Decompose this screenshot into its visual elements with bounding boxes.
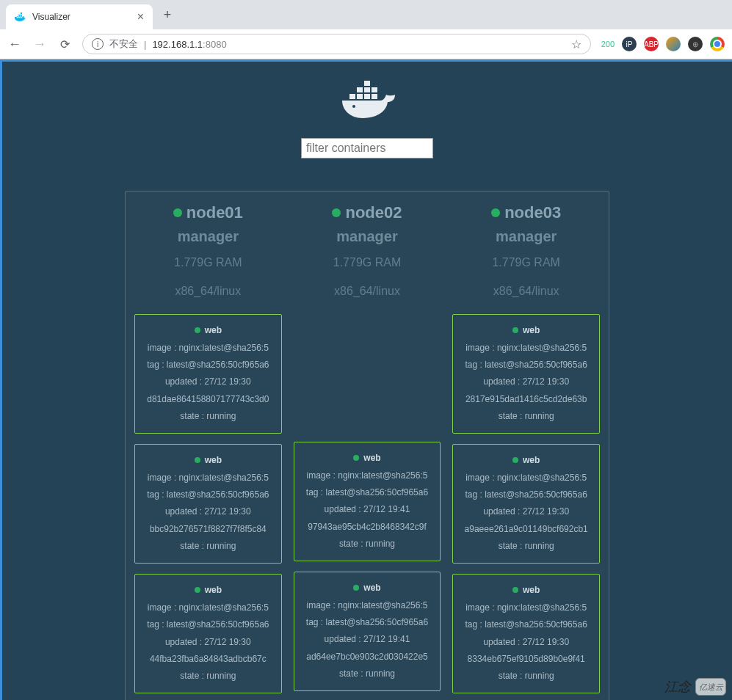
svg-rect-1	[357, 94, 363, 99]
container-id: 8334eb675ef9105d89b0e9f41	[457, 651, 595, 668]
container-state: state : running	[139, 408, 277, 425]
node-role: manager	[134, 228, 282, 245]
container-updated: updated : 27/12 19:41	[299, 501, 436, 518]
close-tab-icon[interactable]: ×	[137, 10, 144, 23]
separator: |	[144, 39, 146, 50]
status-dot-icon	[195, 457, 200, 463]
reload-button[interactable]: ⟳	[57, 37, 72, 51]
node-role: manager	[452, 228, 600, 245]
container-tag: tag : latest@sha256:50cf965a6	[139, 486, 277, 503]
node-ram: 1.779G RAM	[294, 252, 441, 274]
status-dot-icon	[512, 327, 518, 333]
nodes-container: node01manager1.779G RAMx86_64/linuxwebim…	[125, 191, 609, 700]
page-header	[2, 76, 732, 158]
svg-rect-2	[364, 94, 370, 99]
node-ram: 1.779G RAM	[452, 252, 600, 274]
node-arch: x86_64/linux	[294, 281, 441, 302]
chrome-extension-icon[interactable]	[710, 37, 725, 51]
node-header: node02manager1.779G RAMx86_64/linux	[294, 203, 441, 302]
container-card[interactable]: webimage : nginx:latest@sha256:5tag : la…	[134, 444, 282, 564]
watermark-text: 江念	[664, 678, 691, 696]
container-state: state : running	[457, 408, 595, 425]
container-image: image : nginx:latest@sha256:5	[457, 470, 595, 486]
new-tab-button[interactable]: +	[157, 4, 178, 25]
watermark: 江念 亿速云	[664, 678, 726, 696]
status-dot-icon	[491, 208, 500, 217]
node-name: node01	[173, 203, 243, 222]
container-image: image : nginx:latest@sha256:5	[457, 340, 595, 357]
container-state: state : running	[457, 668, 595, 685]
container-updated: updated : 27/12 19:41	[299, 631, 436, 648]
node-name: node03	[491, 203, 561, 222]
node-column: node03manager1.779G RAMx86_64/linuxwebim…	[452, 203, 600, 700]
container-id: bbc92b276571f8827f7f8f5c84	[139, 521, 277, 538]
status-dot-icon	[512, 587, 518, 593]
container-state: state : running	[299, 666, 436, 682]
service-name: web	[353, 450, 380, 467]
tab-title: Visualizer	[32, 12, 70, 22]
container-image: image : nginx:latest@sha256:5	[299, 597, 436, 614]
browser-tab[interactable]: Visualizer ×	[6, 4, 153, 29]
container-image: image : nginx:latest@sha256:5	[139, 599, 277, 616]
svg-rect-4	[357, 87, 363, 92]
browser-toolbar: ← → ⟳ i 不安全 | 192.168.1.1:8080 ☆ 200 iP …	[0, 29, 732, 59]
address-bar[interactable]: i 不安全 | 192.168.1.1:8080 ☆	[82, 34, 591, 54]
container-id: ad64ee7bc0e903c2d030422e5	[299, 649, 436, 666]
url-text: 192.168.1.1:8080	[152, 39, 226, 50]
container-id: d81dae864158807177743c3d0	[139, 391, 277, 408]
forward-button[interactable]: →	[32, 37, 47, 51]
site-info-icon[interactable]: i	[92, 38, 104, 50]
status-dot-icon	[195, 587, 200, 593]
container-image: image : nginx:latest@sha256:5	[139, 340, 277, 357]
status-dot-icon	[332, 208, 341, 217]
svg-rect-6	[372, 87, 377, 92]
insecure-label: 不安全	[109, 37, 138, 51]
service-name: web	[353, 580, 380, 597]
status-dot-icon	[353, 455, 359, 461]
container-card[interactable]: webimage : nginx:latest@sha256:5tag : la…	[452, 574, 600, 693]
extension-icon[interactable]: ⊕	[688, 37, 703, 51]
container-state: state : running	[299, 536, 436, 553]
container-updated: updated : 27/12 19:30	[457, 373, 595, 390]
bookmark-star-icon[interactable]: ☆	[571, 37, 581, 51]
container-state: state : running	[457, 538, 595, 555]
container-image: image : nginx:latest@sha256:5	[457, 599, 595, 616]
watermark-brand: 亿速云	[695, 678, 726, 696]
container-state: state : running	[139, 668, 277, 685]
empty-slot	[294, 314, 441, 431]
container-card[interactable]: webimage : nginx:latest@sha256:5tag : la…	[452, 314, 600, 434]
container-tag: tag : latest@sha256:50cf965a6	[139, 357, 277, 373]
container-id: 2817e915dad1416c5cd2de63b	[457, 391, 595, 408]
node-column: node01manager1.779G RAMx86_64/linuxwebim…	[134, 203, 282, 700]
svg-rect-3	[372, 94, 377, 99]
tab-strip: Visualizer × +	[0, 0, 732, 29]
visualizer-page: node01manager1.779G RAMx86_64/linuxwebim…	[0, 59, 732, 700]
node-ram: 1.779G RAM	[134, 252, 282, 274]
abp-extension-icon[interactable]: ABP	[644, 37, 659, 51]
container-card[interactable]: webimage : nginx:latest@sha256:5tag : la…	[294, 442, 441, 561]
filter-containers-input[interactable]	[301, 138, 433, 158]
service-name: web	[512, 452, 540, 469]
ip-extension-icon[interactable]: iP	[622, 37, 637, 51]
node-name: node02	[332, 203, 402, 222]
svg-rect-0	[349, 94, 355, 99]
extension-icons: 200 iP ABP ⊕	[601, 37, 725, 51]
container-card[interactable]: webimage : nginx:latest@sha256:5tag : la…	[134, 574, 282, 693]
container-tag: tag : latest@sha256:50cf965a6	[139, 616, 277, 633]
node-arch: x86_64/linux	[452, 281, 600, 302]
container-card[interactable]: webimage : nginx:latest@sha256:5tag : la…	[134, 314, 282, 434]
container-image: image : nginx:latest@sha256:5	[299, 467, 436, 484]
container-card[interactable]: webimage : nginx:latest@sha256:5tag : la…	[452, 444, 600, 564]
container-tag: tag : latest@sha256:50cf965a6	[457, 486, 595, 503]
extension-icon[interactable]	[666, 37, 681, 51]
node-arch: x86_64/linux	[134, 281, 282, 302]
browser-chrome: Visualizer × + ← → ⟳ i 不安全 | 192.168.1.1…	[0, 0, 732, 59]
container-tag: tag : latest@sha256:50cf965a6	[457, 357, 595, 373]
service-name: web	[195, 322, 222, 339]
container-id: a9aeee261a9c01149bcf692cb1	[457, 521, 595, 538]
docker-logo-icon	[338, 76, 396, 120]
status-dot-icon	[512, 457, 518, 463]
container-updated: updated : 27/12 19:30	[457, 634, 595, 651]
container-card[interactable]: webimage : nginx:latest@sha256:5tag : la…	[294, 572, 441, 691]
back-button[interactable]: ←	[7, 37, 22, 51]
